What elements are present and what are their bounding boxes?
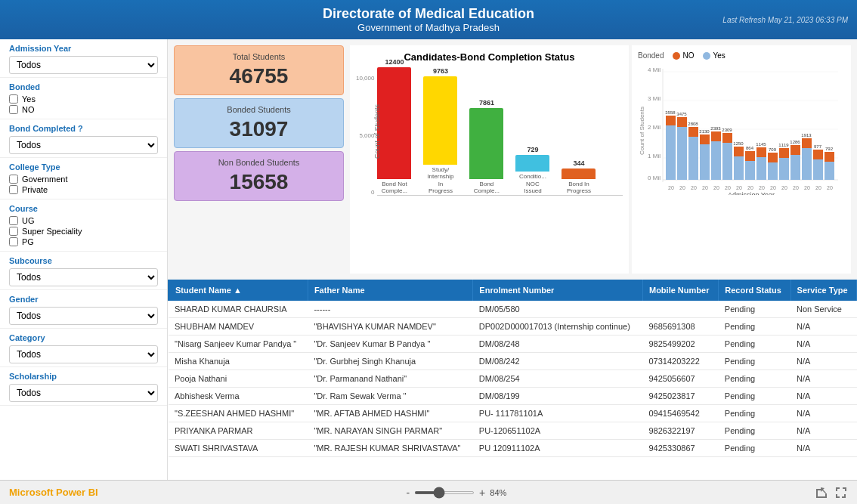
powerbi-brand[interactable]: Microsoft Power BI: [9, 487, 98, 498]
svg-text:1286: 1286: [790, 140, 800, 144]
stats-column: Total Students 46755 Bonded Students 310…: [168, 39, 350, 280]
bar-bond-in-progress: 344 Bond InProgress: [562, 159, 596, 195]
category-label: Category: [9, 333, 158, 342]
col-father-name[interactable]: Father Name: [308, 280, 472, 301]
svg-text:2309: 2309: [722, 128, 732, 132]
svg-text:20: 20: [804, 185, 810, 190]
svg-rect-28: [722, 133, 732, 143]
sidebar: Admission Year Todos Bonded Yes NO Bond …: [0, 39, 168, 480]
course-pg-checkbox[interactable]: PG: [9, 237, 158, 246]
top-section: Total Students 46755 Bonded Students 310…: [168, 39, 857, 280]
bonded-yes-checkbox[interactable]: Yes: [9, 94, 158, 104]
col-student-name[interactable]: Student Name ▲: [169, 280, 308, 301]
svg-rect-45: [790, 155, 800, 180]
table-row: "S.ZEESHAN AHMED HASHMI""MR. AFTAB AHMED…: [169, 405, 857, 422]
svg-rect-54: [825, 162, 834, 180]
bond-chart-container: Candidates-Bond Completion Status Count …: [350, 45, 629, 274]
svg-text:20: 20: [725, 185, 731, 190]
scholarship-select[interactable]: Todos: [9, 384, 158, 402]
total-students-value: 46755: [184, 64, 334, 88]
nonbonded-students-value: 15658: [184, 170, 334, 194]
bottom-bar: Microsoft Power BI - + 84%: [0, 480, 857, 504]
svg-text:4 Mil: 4 Mil: [648, 66, 661, 73]
col-record-status[interactable]: Record Status: [719, 280, 790, 301]
svg-text:977: 977: [814, 144, 822, 149]
table-row: Abhishesk Verma"Dr. Ram Sewak Verma "DM/…: [169, 388, 857, 405]
course-ug-checkbox[interactable]: UG: [9, 216, 158, 225]
svg-rect-49: [802, 138, 812, 148]
svg-text:20: 20: [793, 185, 799, 190]
svg-rect-30: [734, 156, 744, 180]
table-row: Misha Khanuja"Dr. Gurbhej Singh KhanujaD…: [169, 353, 857, 370]
svg-text:2 Mil: 2 Mil: [648, 124, 661, 131]
subcourse-select[interactable]: Todos: [9, 268, 158, 286]
share-icon[interactable]: [815, 486, 828, 499]
course-super-specialty-checkbox[interactable]: Super Speciality: [9, 227, 158, 236]
scholarship-label: Scholarship: [9, 372, 158, 381]
col-service-type[interactable]: Service Type: [790, 280, 856, 301]
svg-rect-46: [790, 145, 800, 155]
category-section: Category Todos: [0, 329, 167, 367]
svg-text:20: 20: [747, 185, 753, 190]
col-enrolment-number[interactable]: Enrolment Number: [473, 280, 643, 301]
course-section: Course UG Super Speciality PG: [0, 199, 167, 252]
college-govt-checkbox[interactable]: Government: [9, 175, 158, 184]
svg-rect-48: [802, 148, 812, 180]
admission-year-label: Admission Year: [9, 44, 158, 53]
header: Directorate of Medical Education Governm…: [0, 0, 857, 39]
legend-no: NO: [673, 51, 694, 60]
category-select[interactable]: Todos: [9, 345, 158, 363]
bond-chart-y-label: Count of Students: [373, 104, 381, 159]
bonded-students-label: Bonded Students: [184, 105, 334, 114]
college-private-checkbox[interactable]: Private: [9, 185, 158, 194]
svg-text:1119: 1119: [778, 143, 789, 147]
svg-text:1250: 1250: [733, 141, 744, 146]
bar-condition-noc: 729 Conditio...NOCIssued: [515, 146, 549, 195]
svg-text:3 Mil: 3 Mil: [648, 95, 661, 102]
college-type-section: College Type Government Private: [0, 158, 167, 199]
table-body: SHARAD KUMAR CHAURSIA------DM/05/580Pend…: [169, 301, 857, 457]
expand-icon[interactable]: [834, 486, 848, 499]
svg-text:20: 20: [827, 185, 833, 190]
refresh-timestamp: Last Refresh May 21, 2023 06:33 PM: [722, 16, 848, 24]
zoom-slider[interactable]: [414, 491, 475, 494]
svg-text:3475: 3475: [676, 112, 687, 116]
col-mobile-number[interactable]: Mobile Number: [642, 280, 718, 301]
bar-bond-complete: 7861 BondComple...: [469, 99, 503, 195]
svg-rect-36: [756, 157, 766, 180]
gender-section: Gender Todos: [0, 290, 167, 329]
svg-rect-33: [745, 161, 755, 180]
table-row: Pooja Nathani"Dr. Parmanand Nathani"DM/0…: [169, 370, 857, 388]
svg-rect-12: [666, 125, 676, 180]
bond-completed-label: Bond Completed ?: [9, 124, 158, 133]
table-area: Student Name ▲ Father Name Enrolment Num…: [168, 280, 857, 480]
year-chart-legend: Bonded NO Yes: [638, 51, 845, 60]
svg-text:20: 20: [713, 185, 719, 190]
svg-text:2393: 2393: [710, 126, 721, 131]
zoom-plus-button[interactable]: +: [479, 487, 485, 499]
svg-text:0 Mil: 0 Mil: [648, 175, 661, 181]
admission-year-select[interactable]: Todos: [9, 56, 158, 74]
svg-text:2808: 2808: [688, 122, 698, 126]
svg-rect-16: [677, 117, 687, 127]
svg-text:20: 20: [759, 185, 765, 190]
bar-bond-not-complete: 12400 Bond NotComple...: [377, 58, 411, 195]
subcourse-label: Subcourse: [9, 256, 158, 265]
nonbonded-students-label: Non Bonded Students: [184, 158, 334, 167]
table-row: "Nisarg Sanjeev Kumar Pandya ""Dr. Sanje…: [169, 335, 857, 353]
table-wrapper[interactable]: Student Name ▲ Father Name Enrolment Num…: [168, 280, 857, 457]
bonded-section: Bonded Yes NO: [0, 78, 167, 119]
table-header-row: Student Name ▲ Father Name Enrolment Num…: [169, 280, 857, 301]
zoom-minus-button[interactable]: -: [406, 487, 410, 499]
gender-label: Gender: [9, 295, 158, 304]
bonded-no-checkbox[interactable]: NO: [9, 105, 158, 114]
svg-rect-25: [711, 131, 721, 141]
bond-completed-select[interactable]: Todos: [9, 136, 158, 154]
zoom-controls: - + 84%: [406, 487, 506, 499]
bottom-icons: [815, 486, 848, 499]
gender-select[interactable]: Todos: [9, 307, 158, 325]
bond-chart-area: Count of Students 10,000 5,000 0 12400: [356, 67, 623, 196]
svg-text:709: 709: [769, 147, 777, 152]
svg-rect-37: [756, 147, 766, 157]
bonded-students-card: Bonded Students 31097: [174, 98, 344, 148]
